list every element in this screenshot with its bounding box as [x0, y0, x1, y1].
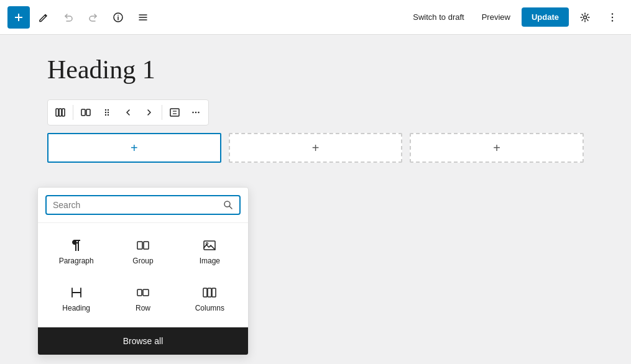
svg-point-18	[108, 109, 109, 111]
move-up-button[interactable]	[118, 102, 138, 122]
svg-point-10	[612, 16, 613, 17]
content-area: Heading 1	[0, 35, 631, 364]
alignment-button[interactable]	[165, 102, 185, 122]
search-area	[38, 188, 248, 223]
svg-point-17	[105, 109, 106, 111]
add-block-button[interactable]	[7, 6, 30, 29]
svg-line-30	[229, 206, 232, 209]
svg-rect-15	[81, 109, 85, 116]
heading-label: Heading	[62, 304, 90, 312]
toolbar-separator	[73, 105, 73, 120]
svg-point-34	[206, 243, 208, 245]
search-box	[45, 195, 241, 215]
search-input[interactable]	[53, 200, 223, 210]
settings-button[interactable]	[574, 6, 596, 29]
svg-rect-35	[137, 289, 142, 296]
group-icon	[136, 238, 150, 253]
svg-rect-13	[59, 109, 62, 116]
svg-point-8	[584, 16, 587, 19]
image-label: Image	[200, 257, 220, 265]
toolbar-separator-2	[162, 105, 162, 120]
row-label: Row	[136, 304, 150, 312]
search-submit-button[interactable]	[223, 200, 233, 210]
details-button[interactable]	[107, 6, 129, 29]
column-2-add-icon: +	[312, 141, 320, 155]
svg-rect-38	[208, 288, 211, 297]
svg-point-27	[195, 112, 196, 113]
preview-button[interactable]: Preview	[476, 9, 517, 25]
svg-rect-36	[143, 289, 149, 296]
main-toolbar: Switch to draft Preview Update	[0, 0, 631, 35]
paragraph-label: Paragraph	[59, 257, 94, 265]
switch-to-draft-button[interactable]: Switch to draft	[407, 9, 470, 25]
svg-point-4	[117, 14, 119, 16]
edit-tools-button[interactable]	[32, 6, 55, 29]
svg-rect-16	[86, 109, 90, 116]
toolbar-right: Switch to draft Preview Update	[407, 6, 624, 29]
column-1[interactable]: +	[47, 133, 221, 163]
image-icon	[202, 238, 217, 253]
column-1-add-icon: +	[131, 141, 138, 155]
row-icon	[136, 285, 150, 300]
svg-rect-39	[212, 288, 216, 297]
list-view-button[interactable]	[132, 6, 154, 29]
block-item-row[interactable]: Row	[112, 278, 173, 320]
block-item-image[interactable]: Image	[179, 230, 241, 273]
svg-point-26	[192, 112, 193, 113]
group-label: Group	[132, 257, 153, 265]
block-item-group[interactable]: Group	[112, 230, 173, 273]
block-inserter-popup: Paragraph Group	[37, 187, 249, 355]
block-toolbar	[47, 99, 209, 125]
svg-rect-12	[56, 109, 58, 116]
block-item-columns[interactable]: Columns	[179, 278, 241, 320]
block-item-heading[interactable]: Heading	[45, 278, 107, 320]
svg-rect-14	[62, 109, 65, 116]
svg-point-19	[105, 112, 106, 113]
browse-all-button[interactable]: Browse all	[38, 327, 248, 355]
svg-rect-32	[144, 242, 149, 249]
svg-rect-37	[203, 288, 207, 297]
columns-icon	[202, 285, 217, 300]
move-down-button[interactable]	[139, 102, 159, 122]
svg-point-28	[198, 112, 199, 113]
columns-container: + + +	[47, 133, 584, 163]
columns-label: Columns	[195, 304, 224, 312]
toolbar-left	[7, 6, 404, 29]
undo-button[interactable]	[57, 6, 80, 29]
heading-block: Heading 1	[47, 55, 155, 84]
column-3[interactable]: +	[410, 133, 584, 163]
block-more-button[interactable]	[186, 102, 206, 122]
more-options-button[interactable]	[601, 6, 624, 29]
svg-point-9	[612, 13, 613, 14]
blocks-grid: Paragraph Group	[38, 223, 248, 327]
paragraph-icon	[69, 238, 84, 253]
svg-point-22	[108, 114, 109, 116]
svg-point-11	[612, 20, 613, 21]
svg-point-21	[105, 114, 106, 116]
heading-icon	[69, 285, 84, 300]
block-type-button[interactable]	[50, 102, 70, 122]
svg-rect-23	[170, 109, 179, 116]
block-item-paragraph[interactable]: Paragraph	[45, 230, 107, 273]
column-3-add-icon: +	[493, 141, 500, 155]
redo-button[interactable]	[82, 6, 104, 29]
svg-point-20	[108, 112, 109, 113]
drag-handle-button[interactable]	[97, 102, 117, 122]
column-2[interactable]: +	[229, 133, 403, 163]
svg-rect-31	[137, 242, 142, 249]
update-button[interactable]: Update	[522, 7, 569, 27]
two-col-button[interactable]	[76, 102, 96, 122]
